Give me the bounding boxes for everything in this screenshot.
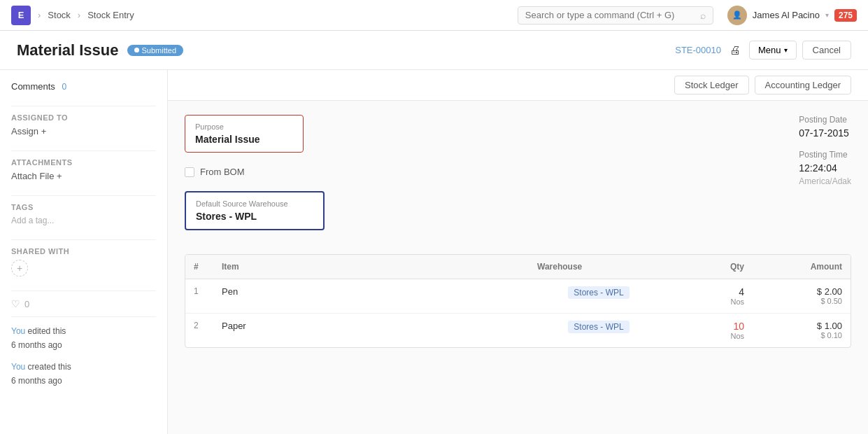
sidebar-assigned-section: ASSIGNED TO Assign + [11,113,156,136]
row-2-item: Paper [213,314,529,347]
nav-sep-1: › [38,10,41,20]
purpose-box: Purpose Material Issue [185,115,304,153]
page-actions: STE-00010 🖨 Menu ▾ Cancel [675,41,851,59]
activity-1-time: 6 months ago [11,340,62,350]
top-nav: E › Stock › Stock Entry ⌕ 👤 James Al Pac… [0,0,868,31]
sidebar-comments-section: Comments 0 [11,81,156,92]
user-area[interactable]: 👤 James Al Pacino ▾ [727,6,829,25]
app-icon: E [11,6,31,25]
warehouse-value: Stores - WPL [196,211,313,222]
posting-date-section: Posting Date 07-17-2015 [799,115,851,139]
activity-2-actor: You [11,362,25,372]
from-bom-row: From BOM [185,167,304,177]
avatar: 👤 [727,6,747,25]
user-name: James Al Pacino [753,10,820,20]
col-header-amount: Amount [753,255,851,279]
warehouse-box: Default Source Warehouse Stores - WPL [185,191,325,230]
items-table: # Item Warehouse Qty Amount 1 Pen Stores… [185,254,851,348]
tags-label: TAGS [11,203,156,211]
form-top-row: Purpose Material Issue From BOM Posting … [185,115,851,191]
warehouse-label: Default Source Warehouse [196,200,313,208]
add-tag[interactable]: Add a tag... [11,216,156,225]
row-2-qty: 10 Nos [669,314,753,347]
status-text: Submitted [142,46,177,55]
ledger-bar: Stock Ledger Accounting Ledger [168,70,868,101]
search-bar[interactable]: ⌕ [518,6,713,24]
col-header-num: # [185,255,213,279]
print-button[interactable]: 🖨 [727,41,744,59]
sidebar-attachments-section: ATTACHMENTS Attach File + [11,158,156,181]
purpose-label: Purpose [195,122,293,131]
comments-label: Comments [11,81,55,92]
heart-icon: ♡ [11,298,20,309]
row-1-num: 1 [185,279,213,313]
activity-log: You edited this 6 months ago You created… [11,324,156,388]
row-1-qty: 4 Nos [669,279,753,313]
activity-2-time: 6 months ago [11,376,62,386]
notification-badge[interactable]: 275 [834,9,857,22]
nav-stock[interactable]: Stock [48,10,71,20]
status-dot [134,48,139,52]
form-left: Purpose Material Issue From BOM [185,115,304,191]
stock-ledger-button[interactable]: Stock Ledger [674,76,749,94]
activity-1-actor: You [11,326,25,336]
row-1-warehouse: Stores - WPL [529,279,669,313]
shared-with-label: SHARED WITH [11,247,156,255]
activity-1-text: edited this [28,326,66,336]
like-area[interactable]: ♡ 0 [11,298,156,309]
row-2-num: 2 [185,314,213,347]
accounting-ledger-button[interactable]: Accounting Ledger [755,76,851,94]
menu-chevron-icon: ▾ [784,46,788,54]
attachments-label: ATTACHMENTS [11,158,156,167]
assigned-to-label: ASSIGNED TO [11,113,156,122]
form-area: Purpose Material Issue From BOM Posting … [168,101,868,362]
search-icon: ⌕ [700,10,706,21]
form-right: Posting Date 07-17-2015 Posting Time 12:… [799,115,851,191]
warehouse-tag: Stores - WPL [568,286,629,299]
col-header-item: Item [213,255,529,279]
page-title: Material Issue [17,41,119,59]
posting-time-value: 12:24:04 [799,162,851,174]
sidebar: Comments 0 ASSIGNED TO Assign + ATTACHME… [0,70,168,434]
sidebar-tags-section: TAGS Add a tag... [11,203,156,225]
row-2-amount: $ 1.00 $ 0.10 [753,314,851,347]
col-header-qty: Qty [669,255,753,279]
row-1-item: Pen [213,279,529,313]
posting-date-value: 07-17-2015 [799,127,851,139]
table-row: 2 Paper Stores - WPL 10 Nos $ 1.00 $ 0.1… [185,314,851,347]
main-layout: Comments 0 ASSIGNED TO Assign + ATTACHME… [0,70,868,434]
like-count: 0 [24,299,29,309]
col-header-warehouse: Warehouse [529,255,669,279]
page-header: Material Issue Submitted STE-00010 🖨 Men… [0,31,868,70]
posting-date-label: Posting Date [799,115,851,125]
warehouse-tag: Stores - WPL [568,321,629,333]
cancel-button[interactable]: Cancel [802,41,851,59]
chevron-down-icon: ▾ [825,11,829,19]
table-row: 1 Pen Stores - WPL 4 Nos $ 2.00 $ 0.50 [185,279,851,314]
posting-time-label: Posting Time [799,150,851,160]
share-add-button[interactable]: + [11,260,28,276]
page-title-area: Material Issue Submitted [17,41,183,59]
menu-label: Menu [758,45,781,55]
table-header: # Item Warehouse Qty Amount [185,255,851,279]
assign-link[interactable]: Assign + [11,126,156,136]
activity-2-text: created this [28,362,71,372]
main-content: Stock Ledger Accounting Ledger Purpose M… [168,70,868,434]
row-2-warehouse: Stores - WPL [529,314,669,347]
purpose-value: Material Issue [195,134,293,145]
posting-time-section: Posting Time 12:24:04 America/Adak [799,150,851,186]
nav-sep-2: › [78,10,80,20]
menu-button[interactable]: Menu ▾ [749,41,797,59]
attach-link[interactable]: Attach File + [11,171,156,181]
comments-count: 0 [62,82,66,92]
search-input[interactable] [525,10,696,20]
doc-id: STE-00010 [675,45,721,55]
row-1-amount: $ 2.00 $ 0.50 [753,279,851,313]
sidebar-shared-section: SHARED WITH + [11,247,156,276]
from-bom-label: From BOM [200,167,245,177]
status-badge: Submitted [127,45,184,56]
posting-timezone: America/Adak [799,176,851,186]
from-bom-checkbox[interactable] [185,167,194,177]
nav-stock-entry[interactable]: Stock Entry [87,10,134,20]
